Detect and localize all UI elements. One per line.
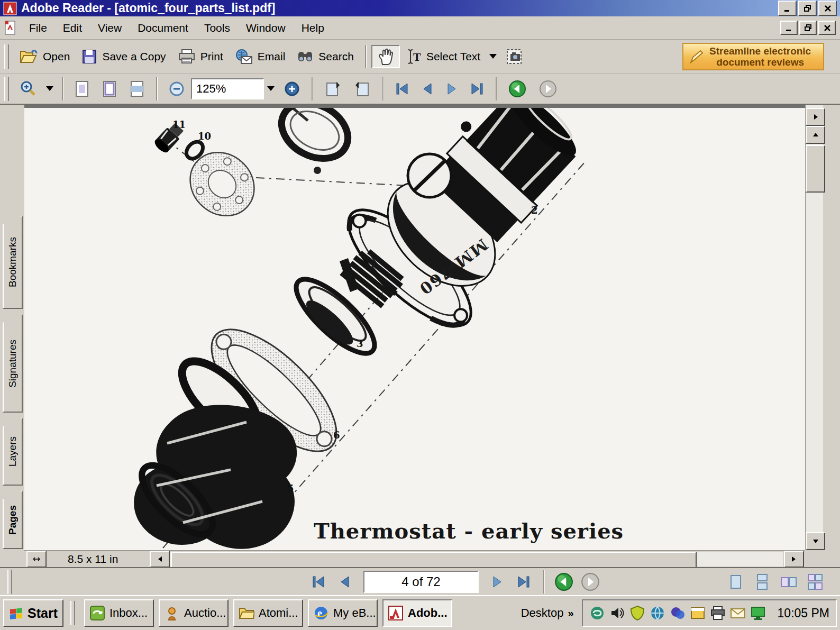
scroll-right-button[interactable] <box>784 551 804 568</box>
fit-width-button[interactable] <box>123 77 151 101</box>
next-view-button[interactable] <box>533 77 563 101</box>
previous-view-button[interactable] <box>502 77 533 101</box>
task-my-ebay[interactable]: e My eB... <box>308 599 378 627</box>
zoom-tool-icon <box>19 80 37 98</box>
menu-help[interactable]: Help <box>294 20 332 36</box>
next-page-button[interactable] <box>440 79 464 98</box>
menu-document[interactable]: Document <box>130 20 196 36</box>
tab-layers[interactable]: Layers <box>3 418 23 486</box>
toolbar-grip[interactable] <box>4 77 9 101</box>
doc-close-button[interactable] <box>818 21 836 35</box>
scroll-left-button[interactable] <box>150 551 170 568</box>
app-swirl-icon[interactable] <box>589 605 605 621</box>
select-text-dropdown[interactable] <box>489 54 497 59</box>
zoom-tool-dropdown[interactable] <box>46 86 53 91</box>
toolbar-grip[interactable] <box>4 44 9 69</box>
actual-size-button[interactable] <box>68 77 96 101</box>
pane-toggle-button[interactable] <box>806 108 825 126</box>
window-icon[interactable] <box>690 605 706 621</box>
desktop-label[interactable]: Desktop <box>521 606 564 620</box>
zoom-level-field[interactable] <box>191 78 264 99</box>
streamline-reviews-button[interactable]: Streamline electronic document reviews <box>682 43 824 70</box>
select-text-label: Select Text <box>426 50 480 63</box>
zoom-tool-button[interactable] <box>13 77 43 101</box>
tab-signatures-label: Signatures <box>7 340 19 388</box>
next-view-button[interactable] <box>578 570 602 594</box>
horizontal-scroll-track[interactable] <box>170 552 783 567</box>
menu-file[interactable]: File <box>21 20 55 36</box>
toolbar-separator <box>543 570 544 594</box>
last-page-button[interactable] <box>512 570 536 594</box>
select-text-button[interactable]: T Select Text <box>400 45 486 68</box>
zoom-out-button[interactable] <box>162 78 191 100</box>
taskbar-grip[interactable] <box>70 601 75 625</box>
vertical-scrollbar[interactable] <box>805 105 823 550</box>
close-button[interactable] <box>818 1 837 16</box>
save-a-copy-button[interactable]: Save a Copy <box>76 46 171 67</box>
restore-button[interactable] <box>798 1 817 16</box>
document-page[interactable]: MM-760 <box>24 105 805 550</box>
doc-minimize-button[interactable] <box>780 21 798 35</box>
first-page-button[interactable] <box>389 79 415 98</box>
continuous-view-button[interactable] <box>750 570 774 594</box>
previous-view-button[interactable] <box>552 570 576 594</box>
rotate-page-right-button[interactable] <box>348 77 377 101</box>
prev-page-button[interactable] <box>333 570 357 594</box>
menu-view[interactable]: View <box>90 20 130 36</box>
printer-icon[interactable] <box>710 605 726 621</box>
display-icon[interactable] <box>750 605 766 621</box>
last-page-icon <box>516 575 531 589</box>
facing-view-button[interactable] <box>777 570 801 594</box>
shield-icon[interactable] <box>629 605 645 621</box>
tab-bookmarks[interactable]: Bookmarks <box>3 216 23 309</box>
page-size-button[interactable] <box>26 551 47 568</box>
rotate-page-left-button[interactable] <box>318 77 348 101</box>
task-adobe-reader[interactable]: Adob... <box>382 599 452 627</box>
zoom-dropdown[interactable] <box>267 86 275 91</box>
minimize-button[interactable] <box>778 1 797 16</box>
volume-icon[interactable] <box>609 605 625 621</box>
toolbar-grip[interactable] <box>7 570 12 594</box>
chat-icon[interactable] <box>670 605 686 621</box>
vertical-scroll-thumb[interactable] <box>806 145 825 193</box>
tab-signatures[interactable]: Signatures <box>3 314 23 413</box>
search-button[interactable]: Search <box>291 46 360 67</box>
page-number-field[interactable] <box>363 571 479 593</box>
desktop-toolbar: Desktop » <box>521 606 577 620</box>
task-inbox[interactable]: Inbox... <box>84 599 154 627</box>
chevron-icon[interactable]: » <box>568 607 573 619</box>
bolt-dot <box>314 167 321 174</box>
first-page-button[interactable] <box>306 570 331 594</box>
hand-tool-button[interactable] <box>371 45 400 68</box>
part-label-10: 10 <box>198 131 211 142</box>
email-button[interactable]: Email <box>229 46 291 67</box>
print-button[interactable]: Print <box>172 46 229 67</box>
next-page-button[interactable] <box>485 570 509 594</box>
snapshot-tool-button[interactable] <box>500 45 529 68</box>
scroll-up-button[interactable] <box>806 126 825 144</box>
task-auction[interactable]: Auctio... <box>159 599 229 627</box>
menu-window[interactable]: Window <box>238 20 294 36</box>
open-button[interactable]: Open <box>13 46 76 67</box>
continuous-facing-view-button[interactable] <box>803 570 827 594</box>
toolbar-separator <box>382 77 384 101</box>
menu-edit[interactable]: Edit <box>55 20 90 36</box>
mail-icon[interactable] <box>730 605 746 621</box>
horizontal-scroll-thumb[interactable] <box>171 552 697 568</box>
menu-tools[interactable]: Tools <box>196 20 238 36</box>
scroll-down-button[interactable] <box>806 532 825 550</box>
page-top-edge <box>24 105 805 108</box>
zoom-in-button[interactable] <box>278 78 306 100</box>
globe-icon[interactable] <box>650 605 665 621</box>
prev-page-button[interactable] <box>415 79 440 98</box>
task-atomic-folder[interactable]: Atomi... <box>233 599 303 627</box>
doc-restore-button[interactable] <box>799 21 817 35</box>
print-label: Print <box>200 50 223 63</box>
review-line1: Streamline electronic <box>709 45 811 57</box>
last-page-button[interactable] <box>464 79 490 98</box>
single-page-view-button[interactable] <box>724 570 748 594</box>
start-button[interactable]: Start <box>3 599 63 627</box>
fit-page-button[interactable] <box>96 77 123 101</box>
figure-caption: Thermostat - early series <box>289 518 649 543</box>
tab-pages[interactable]: Pages <box>3 491 23 549</box>
